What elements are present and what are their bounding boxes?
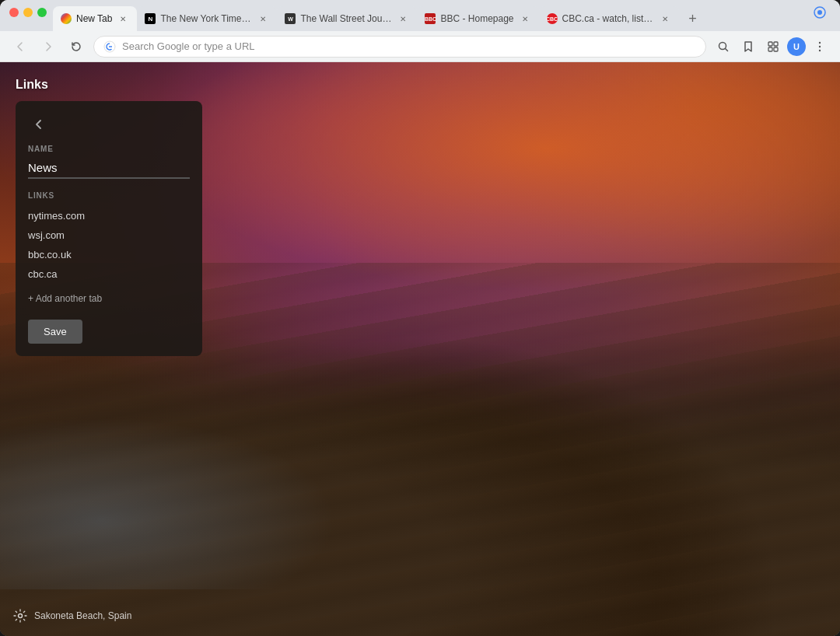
add-tab-button[interactable]: + Add another tab	[28, 287, 190, 310]
tab-close-cbc[interactable]: ✕	[659, 12, 671, 25]
tab-title-nyt: The New York Times - B...	[160, 13, 252, 24]
tab-title-wsj: The Wall Street Journal...	[300, 13, 392, 24]
tab-nyt[interactable]: N The New York Times - B... ✕	[137, 6, 277, 31]
toolbar: Search Google or type a URL U	[0, 31, 840, 62]
settings-icon[interactable]	[12, 608, 28, 624]
close-button[interactable]	[9, 8, 19, 17]
tabs-row: New Tab ✕ N The New York Times - B... ✕ …	[53, 6, 834, 31]
link-item-cbc[interactable]: cbc.ca	[28, 264, 190, 284]
svg-point-10	[819, 45, 821, 47]
address-bar[interactable]: Search Google or type a URL	[93, 36, 706, 58]
tab-close-new-tab[interactable]: ✕	[117, 12, 129, 25]
svg-rect-7	[768, 47, 772, 51]
tab-close-nyt[interactable]: ✕	[257, 12, 269, 25]
user-avatar[interactable]: U	[787, 37, 806, 56]
tab-favicon-bbc: BBC	[425, 13, 436, 24]
tab-favicon-cbc: CBC	[547, 13, 558, 24]
links-panel: NAME LINKS nytimes.com wsj.com bbc.co.uk…	[16, 101, 202, 356]
extensions-icon[interactable]	[762, 36, 784, 58]
svg-rect-8	[774, 47, 778, 51]
svg-line-4	[726, 48, 728, 51]
address-bar-text: Search Google or type a URL	[122, 40, 255, 52]
name-input[interactable]	[28, 158, 190, 179]
back-nav-button[interactable]	[9, 36, 31, 58]
link-item-nytimes[interactable]: nytimes.com	[28, 206, 190, 225]
add-tab-label: + Add another tab	[28, 293, 102, 304]
tab-favicon-wsj: W	[285, 13, 296, 24]
chrome-menu-icon[interactable]	[809, 2, 831, 23]
search-icon[interactable]	[712, 36, 734, 58]
tab-new-tab[interactable]: New Tab ✕	[53, 6, 137, 31]
toolbar-icons: U	[712, 36, 831, 58]
link-item-bbc[interactable]: bbc.co.uk	[28, 245, 190, 264]
tab-close-wsj[interactable]: ✕	[397, 12, 409, 25]
page-heading: Links	[16, 78, 48, 92]
google-logo-icon	[103, 40, 116, 53]
reload-button[interactable]	[65, 36, 87, 58]
new-tab-button[interactable]: +	[682, 8, 704, 30]
tab-close-bbc[interactable]: ✕	[519, 12, 531, 25]
link-item-wsj[interactable]: wsj.com	[28, 225, 190, 245]
tab-favicon-new-tab	[61, 13, 72, 24]
bookmark-icon[interactable]	[737, 36, 759, 58]
tab-favicon-nyt: N	[145, 13, 156, 24]
traffic-lights	[9, 8, 47, 17]
chrome-menu-dots-icon[interactable]	[809, 36, 831, 58]
bottom-bar: Sakoneta Beach, Spain	[12, 608, 131, 624]
tab-title-bbc: BBC - Homepage	[440, 13, 513, 24]
tab-bbc[interactable]: BBC BBC - Homepage ✕	[417, 6, 538, 31]
photo-credit: Sakoneta Beach, Spain	[34, 610, 131, 621]
svg-point-12	[19, 614, 23, 618]
tab-title-cbc: CBC.ca - watch, listen,...	[562, 13, 654, 24]
tab-cbc[interactable]: CBC CBC.ca - watch, listen,... ✕	[539, 6, 679, 31]
title-bar: New Tab ✕ N The New York Times - B... ✕ …	[0, 0, 840, 31]
links-section-label: LINKS	[28, 191, 190, 200]
tab-wsj[interactable]: W The Wall Street Journal... ✕	[277, 6, 417, 31]
minimize-button[interactable]	[23, 8, 33, 17]
svg-point-1	[817, 10, 822, 15]
svg-rect-6	[774, 42, 778, 46]
browser-window: New Tab ✕ N The New York Times - B... ✕ …	[0, 0, 840, 636]
svg-point-11	[819, 49, 821, 51]
name-field-label: NAME	[28, 145, 190, 153]
svg-point-9	[819, 41, 821, 43]
tab-title-new-tab: New Tab	[76, 13, 112, 24]
water-overlay	[0, 418, 336, 589]
back-button[interactable]	[28, 114, 50, 135]
svg-rect-5	[768, 42, 772, 46]
maximize-button[interactable]	[37, 8, 47, 17]
content-area: Links NAME LINKS nytimes.com wsj.com bbc…	[0, 62, 840, 636]
save-button[interactable]: Save	[28, 320, 82, 344]
forward-nav-button[interactable]	[37, 36, 59, 58]
